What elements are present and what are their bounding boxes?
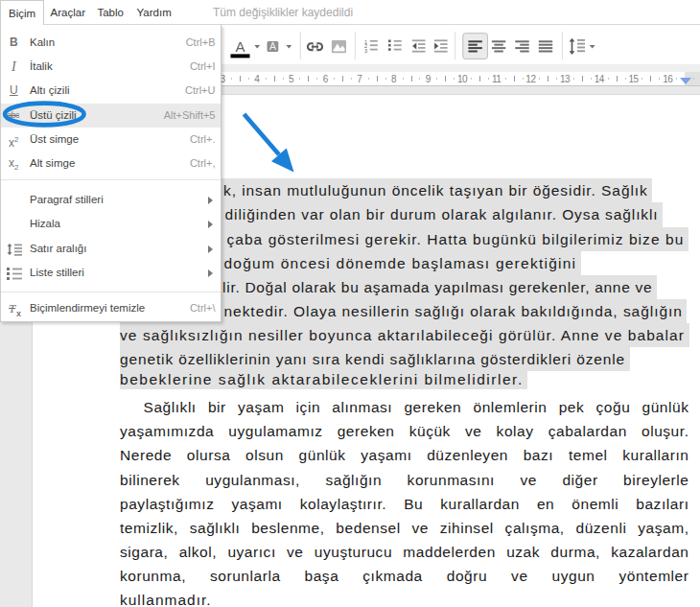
svg-text:A: A <box>235 38 245 55</box>
svg-text:A: A <box>269 40 276 52</box>
svg-text:3: 3 <box>364 48 367 54</box>
